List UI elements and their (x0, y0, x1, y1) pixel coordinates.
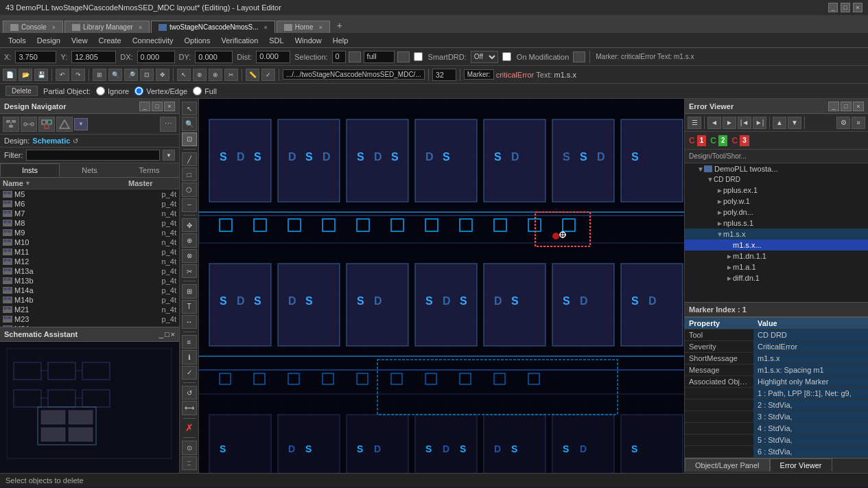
nav-list-item[interactable]: M23 p_4t (0, 314, 179, 324)
zoom-fit-btn[interactable]: ⊞ (93, 69, 106, 81)
canvas-area[interactable]: S D S D S D S D S D S S D (199, 99, 684, 473)
tool-delete[interactable]: ✂ (182, 264, 197, 278)
x-field[interactable] (15, 51, 56, 63)
select-btn[interactable]: ↖ (177, 69, 191, 81)
tool-select[interactable]: ↖ (182, 102, 197, 115)
nav-schematic-btn[interactable] (21, 117, 37, 132)
tool-snap[interactable]: ⊙ (182, 441, 197, 454)
ruler-btn[interactable]: 📏 (246, 69, 259, 81)
tool-verify[interactable]: ✓ (182, 366, 197, 380)
add-tab-button[interactable]: + (331, 18, 348, 33)
tool-ruler[interactable]: ↔ (182, 315, 197, 329)
nav-layout-btn[interactable] (38, 117, 55, 132)
smartdrd-checkbox[interactable] (414, 52, 423, 61)
ignore-radio[interactable] (96, 86, 105, 95)
ev-tree-polydn[interactable]: ► poly.dn... (685, 207, 868, 218)
ev-tree-cd-drd[interactable]: ▼ CD DRD (685, 174, 868, 185)
ev-tree-nplus[interactable]: ► nplus.s.1 (685, 218, 868, 229)
tool-layers[interactable]: ≡ (182, 335, 197, 349)
ev-menu-btn[interactable]: ☰ (688, 117, 701, 129)
smartdrd-select[interactable]: OffOn (471, 51, 498, 63)
menu-sdl[interactable]: SDL (263, 35, 289, 46)
tool-stretch[interactable]: ⊗ (182, 249, 197, 263)
delete-button[interactable]: Delete (5, 86, 38, 96)
open-btn[interactable]: 📂 (19, 69, 32, 81)
dx-field[interactable] (137, 51, 175, 63)
refresh-button[interactable]: ↺ (73, 137, 78, 145)
tab-error-viewer[interactable]: Error Viewer (770, 458, 832, 472)
ev-design-node[interactable]: ▼ DemoPLL twosta... (685, 163, 868, 174)
vertex-radio[interactable] (134, 86, 143, 95)
filter-apply-btn[interactable]: ▼ (163, 150, 175, 161)
nav-list-item[interactable]: M14b p_4t (0, 295, 179, 305)
tool-label[interactable]: T (182, 300, 197, 314)
new-btn[interactable]: 📄 (3, 69, 16, 81)
copy-btn[interactable]: ⊗ (209, 69, 222, 81)
ev-first-btn[interactable]: |◄ (738, 117, 751, 129)
nav-list-item[interactable]: M14a p_4t (0, 286, 179, 295)
nav-list-item[interactable]: M6 p_4t (0, 199, 179, 209)
nav-tab-insts[interactable]: Insts (0, 163, 60, 177)
tool-move[interactable]: ✥ (182, 218, 197, 232)
tool-inst[interactable]: ⊞ (182, 284, 197, 298)
sa-minimize-btn[interactable]: _ (159, 330, 163, 338)
maximize-button[interactable]: □ (841, 3, 850, 12)
tool-wire[interactable]: ╱ (182, 152, 197, 166)
tab-layout[interactable]: twoStageNCascodeNmosS... × (151, 21, 275, 33)
tab-library-manager[interactable]: Library Manager × (64, 21, 150, 33)
nav-list-item[interactable]: M10 n_4t (0, 237, 179, 247)
filter-input[interactable] (26, 150, 161, 161)
tool-error-marker[interactable]: ✗ (184, 421, 195, 434)
tab-console[interactable]: Console × (3, 21, 63, 33)
menu-connectivity[interactable]: Connectivity (127, 35, 179, 46)
ev-up-btn[interactable]: ▲ (773, 117, 786, 129)
nav-hierarchy-btn[interactable] (3, 117, 19, 132)
delete-btn[interactable]: ✂ (224, 69, 238, 81)
ev-tree-m1dn[interactable]: ► m1.dn.1.1 (685, 251, 868, 262)
onmod-checkbox[interactable] (502, 52, 511, 61)
tab-home[interactable]: Home × (277, 21, 330, 33)
ev-tree-pplus[interactable]: ► pplus.ex.1 (685, 185, 868, 196)
tool-zoom[interactable]: 🔍 (182, 117, 197, 130)
tool-path[interactable]: ╌ (182, 198, 197, 212)
nav-list-item[interactable]: M8 p_4t (0, 218, 179, 228)
ev-tree-m1a[interactable]: ► m1.a.1 (685, 262, 868, 272)
tab-object-layer[interactable]: Object/Layer Panel (685, 458, 770, 472)
ev-tree-diffdn[interactable]: ► diff.dn.1 (685, 272, 868, 283)
menu-tools[interactable]: Tools (3, 35, 32, 46)
nav-tab-nets[interactable]: Nets (60, 163, 119, 177)
sa-expand-btn[interactable]: □ (165, 330, 169, 338)
full-radio[interactable] (193, 86, 202, 95)
nav-tab-terms[interactable]: Terms (119, 163, 179, 177)
ev-last-btn[interactable]: ►| (753, 117, 766, 129)
nav-list-item[interactable]: M21 n_4t (0, 305, 179, 314)
save-btn[interactable]: 💾 (34, 69, 48, 81)
nav-color-btn[interactable]: ▼ (74, 118, 88, 130)
menu-design[interactable]: Design (32, 35, 66, 46)
ev-minimize-btn[interactable]: _ (828, 102, 839, 111)
ev-more-btn[interactable]: » (852, 117, 865, 129)
tool-copy[interactable]: ⊕ (182, 233, 197, 247)
sa-canvas[interactable] (0, 342, 179, 473)
tool-poly[interactable]: ⬡ (182, 183, 197, 196)
zoom-select-btn[interactable]: ⊡ (140, 69, 154, 81)
ev-down-btn[interactable]: ▼ (788, 117, 801, 129)
nav-close-btn[interactable]: × (164, 102, 175, 111)
nav-expand-btn[interactable]: □ (152, 102, 163, 111)
nav-list-item[interactable]: M11 p_4t (0, 247, 179, 257)
tool-flip[interactable]: ⟷ (182, 401, 197, 415)
menu-create[interactable]: Create (93, 35, 127, 46)
tool-rotate[interactable]: ↺ (182, 386, 197, 399)
tool-edit[interactable]: ⊡ (182, 132, 197, 146)
nav-list-item[interactable]: M13b p_4t (0, 276, 179, 286)
menu-window[interactable]: Window (290, 35, 327, 46)
undo-btn[interactable]: ↶ (56, 69, 69, 81)
nav-symbol-btn[interactable] (56, 117, 73, 132)
menu-verification[interactable]: Verification (215, 35, 263, 46)
ev-tree-polyw[interactable]: ► poly.w.1 (685, 196, 868, 207)
menu-help[interactable]: Help (327, 35, 354, 46)
ev-next-btn[interactable]: ► (723, 117, 736, 129)
ev-tree-m1sx[interactable]: ▼ m1.s.x (685, 229, 868, 240)
menu-options[interactable]: Options (179, 35, 216, 46)
move-btn[interactable]: ⊕ (193, 69, 207, 81)
